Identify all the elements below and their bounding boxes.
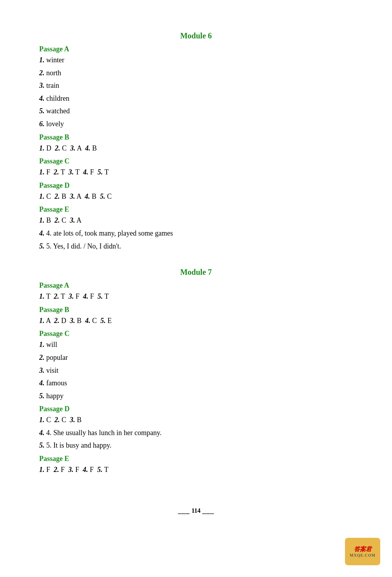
list-item: 2. popular [39,352,353,364]
list-item: 5. happy [39,390,353,402]
num-label: 5. [39,392,45,400]
list-item: 4. 4. She usually has lunch in her compa… [39,427,353,439]
num-label: 1. [39,341,45,348]
list-item: 4. famous [39,377,353,389]
page-number: 114 [191,507,200,514]
num-label: 6. [39,120,45,128]
num-label: 3. [39,367,45,374]
list-item: 3. visit [39,365,353,377]
footer-line-left: ⎯⎯⎯ [178,507,190,514]
module6-passageA-title: Passage A [39,45,353,53]
page-footer: ⎯⎯⎯ 114 ⎯⎯⎯ [39,507,353,514]
num-label: 2. [39,69,45,77]
list-item: 5. 5. Yes, I did. / No, I didn't. [39,240,353,252]
footer-line-right: ⎯⎯⎯ [202,507,214,514]
list-item: 4. children [39,93,353,105]
module7-passageA-title: Passage A [39,281,353,290]
watermark-badge: 答案君 MXQE.COM [345,538,380,565]
num-label: 2. [39,354,45,361]
list-item: 1. A 2. D 3. B 4. C 5. E [39,315,353,327]
list-item: 1. D 2. C 3. A 4. B [39,142,353,154]
list-item: 6. lovely [39,118,353,130]
module7-passageC-title: Passage C [39,330,353,338]
list-item: 1. will [39,339,353,351]
list-item: 5. 5. It is busy and happy. [39,439,353,452]
list-item: 3. train [39,80,353,92]
module7-passageE-title: Passage E [39,455,353,463]
list-item: 1. C 2. B 3. A 4. B 5. C [39,191,353,203]
watermark-bottom-text: MXQE.COM [350,553,376,557]
module7-passageD-title: Passage D [39,405,353,413]
module6-section: Module 6 Passage A 1. winter 2. north 3.… [39,31,353,252]
num-label: 3. [39,82,45,89]
list-item: 1. T 2. T 3. F 4. F 5. T [39,290,353,303]
module7-title: Module 7 [39,268,353,277]
num-label: 4. [39,379,45,387]
list-item: 1. C 2. C 3. B [39,414,353,426]
list-item: 1. F 2. T 3. T 4. F 5. T [39,166,353,178]
module6-passageD-title: Passage D [39,181,353,190]
list-item: 5. watched [39,105,353,117]
list-item: 1. winter [39,54,353,66]
module6-passageC-title: Passage C [39,157,353,165]
num-label: 4. [39,94,45,102]
module6-passageE-title: Passage E [39,205,353,214]
num-label: 1. [39,56,45,64]
module7-section: Module 7 Passage A 1. T 2. T 3. F 4. F 5… [39,268,353,476]
num-label: 5. [39,107,45,115]
list-item: 2. north [39,67,353,79]
module6-passageB-title: Passage B [39,133,353,142]
module6-title: Module 6 [39,31,353,40]
list-item: 4. 4. ate lots of, took many, played som… [39,227,353,240]
list-item: 1. B 2. C 3. A [39,214,353,227]
watermark-top-text: 答案君 [354,546,372,553]
list-item: 1. F 2. F 3. F 4. F 5. T [39,464,353,476]
module7-passageB-title: Passage B [39,306,353,314]
